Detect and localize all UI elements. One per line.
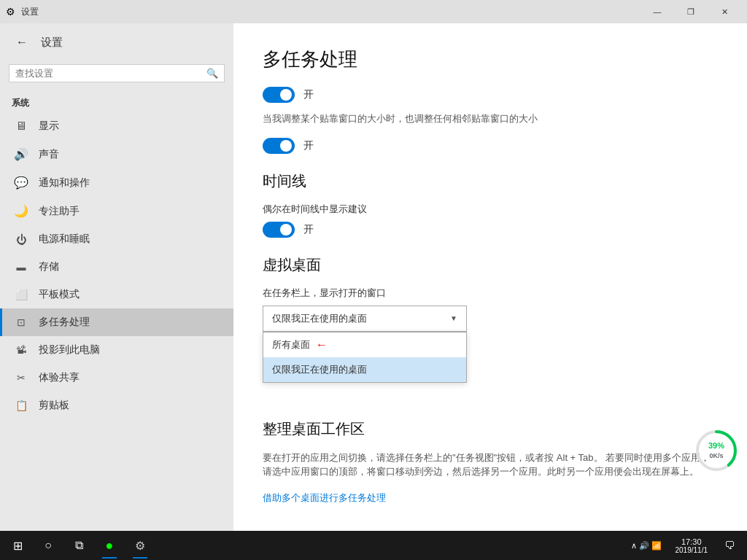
toggle3[interactable] <box>263 222 295 238</box>
start-button[interactable]: ⊞ <box>3 531 32 560</box>
project-icon: 📽 <box>14 344 28 356</box>
dropdown-container: 仅限我正在使用的桌面 ▼ 所有桌面 ← 仅限我正在使用的桌面 <box>263 306 718 332</box>
sidebar-item-label: 通知和操作 <box>39 176 90 190</box>
sidebar-item-label: 专注助手 <box>39 205 80 218</box>
sidebar-item-sound[interactable]: 🔊 声音 <box>0 140 233 168</box>
clock-date: 2019/11/1 <box>676 546 708 554</box>
toggle1-label: 开 <box>303 88 314 101</box>
multitask-icon: ⊡ <box>14 316 28 328</box>
taskbar-app1[interactable]: ● <box>95 531 124 560</box>
toggle2-label: 开 <box>303 139 314 152</box>
sidebar-item-storage[interactable]: ▬ 存储 <box>0 253 233 281</box>
sidebar-item-project[interactable]: 📽 投影到此电脑 <box>0 336 233 364</box>
multitask-link[interactable]: 借助多个桌面进行多任务处理 <box>263 492 386 503</box>
corner-widget: 39% 0K/s <box>694 429 738 472</box>
toggle1[interactable] <box>263 87 295 103</box>
sidebar-item-power[interactable]: ⏻ 电源和睡眠 <box>0 225 233 253</box>
system-tray-icons: ∧ 🔊 📶 <box>631 541 662 551</box>
dropdown-button[interactable]: 仅限我正在使用的桌面 ▼ <box>263 306 467 332</box>
sidebar-header: ← 设置 <box>0 23 233 61</box>
sidebar-item-label: 体验共享 <box>39 371 80 384</box>
close-button[interactable]: ✕ <box>708 0 741 23</box>
sidebar-item-label: 显示 <box>39 120 59 133</box>
search-icon-button[interactable]: 🔍 <box>206 68 218 79</box>
sidebar-item-notify[interactable]: 💬 通知和操作 <box>0 168 233 197</box>
virtual-sub-label: 在任务栏上，显示打开的窗口 <box>263 287 718 300</box>
share-icon: ✂ <box>14 372 28 384</box>
dropdown-item-all[interactable]: 所有桌面 ← <box>263 332 466 357</box>
taskbar-clock: 17:30 2019/11/1 <box>670 537 714 554</box>
toggle2-row: 开 <box>263 138 718 154</box>
sidebar-item-tablet[interactable]: ⬜ 平板模式 <box>0 281 233 308</box>
search-box: 🔍 <box>9 64 225 82</box>
taskview-button[interactable]: ⧉ <box>64 531 93 560</box>
arrow-indicator: ← <box>316 338 328 351</box>
timeline-sub-label: 偶尔在时间线中显示建议 <box>263 203 718 216</box>
titlebar-title: 设置 <box>21 6 640 18</box>
sidebar-item-label: 多任务处理 <box>39 316 90 329</box>
dropdown-menu: 所有桌面 ← 仅限我正在使用的桌面 <box>263 332 467 383</box>
sidebar: ← 设置 🔍 系统 🖥 显示 🔊 声音 💬 通知和操作 🌙 专注助手 ⏻ 电源和… <box>0 23 233 531</box>
toggle2[interactable] <box>263 138 295 154</box>
sidebar-item-share[interactable]: ✂ 体验共享 <box>0 364 233 392</box>
section-virtual-heading: 虚拟桌面 <box>263 255 718 275</box>
restore-button[interactable]: ❐ <box>674 0 708 23</box>
circle-percent: 39% 0K/s <box>708 441 724 460</box>
dropdown-selected-text: 仅限我正在使用的桌面 <box>272 312 367 325</box>
toggle1-description: 当我调整某个贴靠窗口的大小时，也调整任何相邻贴靠窗口的大小 <box>263 112 718 126</box>
titlebar: ⚙ 设置 — ❐ ✕ <box>0 0 747 23</box>
storage-icon: ▬ <box>14 262 28 273</box>
search-button[interactable]: ○ <box>34 531 63 560</box>
sidebar-item-clipboard[interactable]: 📋 剪贴板 <box>0 392 233 419</box>
power-icon: ⏻ <box>14 233 28 246</box>
circle-progress: 39% 0K/s <box>694 429 738 472</box>
dropdown-arrow-icon: ▼ <box>450 314 457 322</box>
sidebar-item-label: 电源和睡眠 <box>39 233 90 246</box>
sidebar-item-label: 剪贴板 <box>39 399 69 412</box>
taskbar-app2[interactable]: ⚙ <box>125 531 155 560</box>
dropdown-item-label: 仅限我正在使用的桌面 <box>272 363 367 376</box>
sidebar-item-label: 存储 <box>39 260 59 273</box>
clipboard-icon: 📋 <box>14 400 28 411</box>
sidebar-item-label: 平板模式 <box>39 288 80 301</box>
search-input[interactable] <box>15 68 202 79</box>
dropdown-item-current[interactable]: 仅限我正在使用的桌面 <box>263 357 466 382</box>
titlebar-icon: ⚙ <box>6 6 15 18</box>
minimize-button[interactable]: — <box>640 0 674 23</box>
organize-text: 要在打开的应用之间切换，请选择任务栏上的"任务视图"按钮，或者按 Alt + T… <box>263 451 718 479</box>
notification-button[interactable]: 🗨 <box>715 531 744 560</box>
taskbar-system-icons: ∧ 🔊 📶 <box>625 541 667 551</box>
toggle1-row: 开 <box>263 87 718 103</box>
page-title: 多任务处理 <box>263 47 718 72</box>
display-icon: 🖥 <box>14 120 28 133</box>
focus-icon: 🌙 <box>14 204 28 218</box>
app-body: ← 设置 🔍 系统 🖥 显示 🔊 声音 💬 通知和操作 🌙 专注助手 ⏻ 电源和… <box>0 23 747 531</box>
sidebar-item-label: 声音 <box>39 148 59 161</box>
titlebar-controls: — ❐ ✕ <box>640 0 741 23</box>
toggle3-row: 开 <box>263 222 718 238</box>
clock-time: 17:30 <box>676 537 708 546</box>
taskbar: ⊞ ○ ⧉ ● ⚙ ∧ 🔊 📶 17:30 2019/11/1 🗨 <box>0 531 747 560</box>
dropdown-item-label: 所有桌面 <box>272 338 310 351</box>
back-button[interactable]: ← <box>12 32 32 52</box>
section-organize-heading: 整理桌面工作区 <box>263 419 718 439</box>
notify-icon: 💬 <box>14 176 28 190</box>
toggle3-label: 开 <box>303 223 314 236</box>
sidebar-item-display[interactable]: 🖥 显示 <box>0 112 233 140</box>
sound-icon: 🔊 <box>14 147 28 161</box>
sidebar-item-label: 投影到此电脑 <box>39 343 100 357</box>
section-timeline-heading: 时间线 <box>263 171 718 191</box>
main-panel: 多任务处理 开 当我调整某个贴靠窗口的大小时，也调整任何相邻贴靠窗口的大小 开 … <box>233 23 747 531</box>
sidebar-item-focus[interactable]: 🌙 专注助手 <box>0 197 233 225</box>
tablet-icon: ⬜ <box>14 289 28 300</box>
section-label: 系统 <box>0 91 233 112</box>
sidebar-item-multitask[interactable]: ⊡ 多任务处理 <box>0 308 233 336</box>
sidebar-app-title: 设置 <box>41 36 63 50</box>
